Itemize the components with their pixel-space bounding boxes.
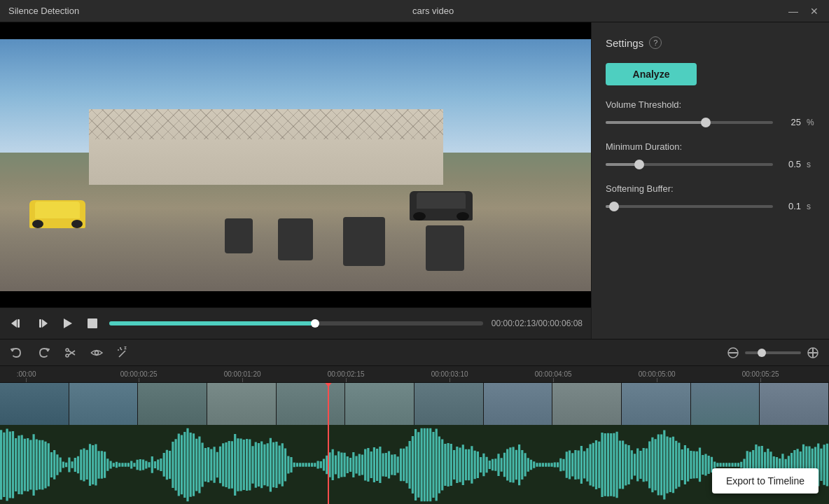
app-title: Silence Detection [8, 6, 79, 16]
progress-bar[interactable] [109, 321, 483, 326]
zoom-in-button[interactable] [805, 345, 821, 360]
redo-button[interactable] [35, 344, 52, 361]
minimum-duration-unit: s [807, 160, 815, 169]
softening-buffer-row: 0.1 s [606, 201, 815, 211]
progress-handle[interactable] [311, 319, 319, 328]
ruler-tick-7: 00:00:05:25 [742, 370, 779, 382]
timeline-ruler: :00:00 00:00:00:25 00:00:01:20 00:00:02:… [0, 366, 829, 383]
volume-threshold-row: 25 % [606, 117, 815, 127]
scissors-button[interactable] [62, 344, 78, 361]
volume-threshold-value: 25 [779, 117, 801, 127]
settings-title: Settings [606, 37, 643, 49]
thumbnail-7 [415, 383, 484, 425]
volume-threshold-label: Volume Threshold: [606, 99, 815, 110]
thumbnail-3 [138, 383, 207, 425]
window-controls: — ✕ [787, 5, 821, 18]
ruler-tick-4: 00:00:03:10 [431, 370, 468, 382]
thumbnail-1 [0, 383, 69, 425]
scene-tire-pile-2 [278, 218, 313, 260]
settings-panel: Settings ? Analyze Volume Threshold: 25 … [591, 22, 829, 339]
ruler-tick-1: 00:00:00:25 [120, 370, 158, 382]
thumbnail-9 [552, 383, 622, 425]
minimum-duration-group: Minimum Duration: 0.5 s [606, 141, 815, 169]
settings-header: Settings ? [606, 36, 815, 49]
svg-point-7 [66, 354, 69, 357]
undo-button[interactable] [8, 344, 25, 361]
volume-slider-fill [606, 121, 706, 124]
waveform [0, 425, 829, 504]
progress-fill [109, 321, 315, 326]
svg-line-13 [120, 349, 122, 350]
zoom-out-button[interactable] [725, 345, 741, 360]
video-frame [0, 39, 591, 291]
softening-slider-handle[interactable] [609, 202, 619, 211]
scene-tire-pile-3 [343, 217, 385, 266]
ruler-tick-0: :00:00 [17, 370, 36, 382]
playhead [328, 383, 329, 504]
stop-button[interactable] [84, 315, 101, 332]
minimum-duration-row: 0.5 s [606, 159, 815, 169]
svg-rect-17 [812, 348, 814, 358]
minimum-duration-label: Minimum Duration: [606, 141, 815, 152]
video-controls: 00:00:02:13/00:00:06:08 [0, 307, 591, 339]
tracks-container [0, 383, 829, 504]
softening-buffer-unit: s [807, 202, 815, 211]
minimize-button[interactable]: — [787, 5, 800, 18]
thumbnail-6 [345, 383, 415, 425]
svg-rect-1 [18, 319, 20, 328]
scene-tire-pile-4 [426, 225, 464, 271]
scene-car-dark [410, 191, 473, 220]
thumbnail-5 [277, 383, 346, 425]
softening-buffer-slider[interactable] [606, 205, 773, 208]
svg-marker-2 [42, 319, 48, 328]
volume-threshold-slider[interactable] [606, 121, 773, 124]
info-icon[interactable]: ? [649, 36, 662, 49]
scene-car-yellow [29, 200, 85, 228]
ruler-tick-5: 00:00:04:05 [535, 370, 572, 382]
main-area: 00:00:02:13/00:00:06:08 Settings ? Analy… [0, 22, 829, 339]
svg-point-6 [66, 349, 69, 351]
svg-rect-3 [39, 319, 41, 328]
minimum-duration-value: 0.5 [779, 159, 801, 169]
minimum-duration-slider[interactable] [606, 163, 773, 166]
zoom-slider-handle[interactable] [758, 349, 766, 357]
close-button[interactable]: ✕ [808, 5, 821, 18]
ruler-tick-2: 00:00:01:20 [224, 370, 261, 382]
svg-rect-14 [728, 352, 738, 354]
zoom-controls [725, 345, 821, 360]
magic-button[interactable] [115, 344, 132, 361]
softening-buffer-label: Softening Buffer: [606, 183, 815, 194]
video-panel: 00:00:02:13/00:00:06:08 [0, 22, 591, 339]
scene-building [89, 109, 443, 185]
volume-slider-handle[interactable] [701, 118, 711, 127]
svg-rect-5 [88, 318, 97, 328]
thumbnail-8 [484, 383, 553, 425]
audio-track [0, 425, 829, 504]
thumbnail-4 [207, 383, 277, 425]
svg-marker-0 [11, 319, 17, 328]
timeline-content[interactable]: :00:00 00:00:00:25 00:00:01:20 00:00:02:… [0, 366, 829, 504]
zoom-slider[interactable] [745, 351, 801, 354]
volume-threshold-unit: % [807, 118, 815, 127]
file-name: cars video [412, 6, 454, 16]
video-container [0, 22, 591, 307]
step-forward-button[interactable] [34, 315, 50, 332]
playhead-head [324, 383, 333, 387]
min-duration-slider-handle[interactable] [634, 160, 644, 169]
thumbnail-12 [760, 383, 829, 425]
step-back-button[interactable] [8, 315, 25, 332]
export-to-timeline-button[interactable]: Export to Timeline [712, 468, 818, 493]
thumbnail-strip [0, 383, 829, 425]
titlebar: Silence Detection cars video — ✕ [0, 0, 829, 22]
analyze-button[interactable]: Analyze [606, 63, 697, 85]
time-display: 00:00:02:13/00:00:06:08 [492, 318, 583, 328]
thumbnail-10 [622, 383, 691, 425]
thumbnail-2 [69, 383, 139, 425]
play-button[interactable] [59, 315, 76, 332]
timeline-toolbar [0, 340, 829, 366]
scene-tire-pile-1 [225, 218, 253, 253]
eye-button[interactable] [88, 344, 105, 361]
softening-buffer-group: Softening Buffer: 0.1 s [606, 183, 815, 211]
video-track [0, 383, 829, 425]
volume-threshold-group: Volume Threshold: 25 % [606, 99, 815, 127]
